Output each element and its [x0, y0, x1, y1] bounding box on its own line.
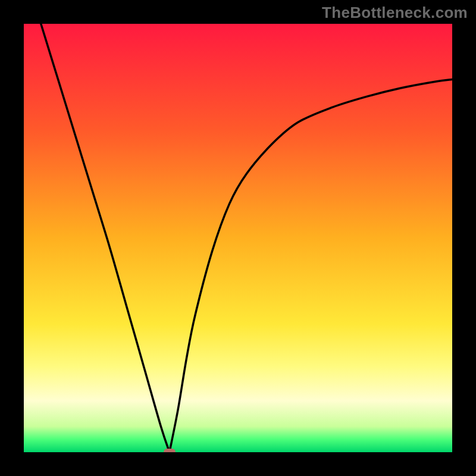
chart-container: TheBottleneck.com [0, 0, 476, 476]
minimum-marker [164, 449, 176, 452]
curve-left-branch [41, 24, 170, 452]
plot-area [24, 24, 452, 452]
curve-layer [24, 24, 452, 452]
curve-right-branch [170, 80, 452, 452]
watermark-text: TheBottleneck.com [322, 4, 468, 22]
